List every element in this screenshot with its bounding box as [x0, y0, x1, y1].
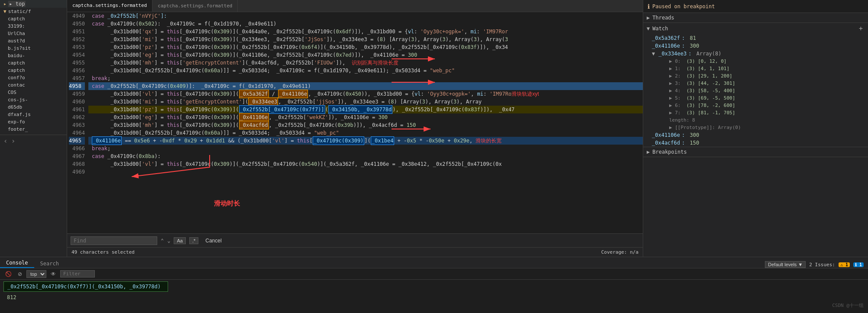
sidebar-item-captch3[interactable]: captch [0, 67, 67, 74]
watch-add-button[interactable]: + [857, 25, 865, 32]
watch-name-5a362f: _0x5a362f [652, 35, 680, 41]
threads-section: ▶ Threads [643, 13, 868, 23]
sidebar-item-contac[interactable]: contac [0, 81, 67, 89]
console-toolbar: 🚫 ⊘ top 👁 [0, 268, 868, 280]
watch-value-334ee3: Array(8) [696, 51, 722, 57]
breakpoints-header[interactable]: ▶ Breakpoints [643, 147, 868, 157]
sidebar-item-dfxaf[interactable]: dfxaf.js [0, 111, 67, 118]
code-container: 4949 4950 4951 4952 4953 4954 4955 4956 … [67, 12, 643, 233]
array-item-3: ▶ 3: (3) [44, -2, 301] [659, 80, 868, 87]
devtools-paused-header: ℹ Paused on breakpoint [643, 0, 868, 13]
sidebar-item-cosjs[interactable]: cos-js- [0, 96, 67, 103]
sidebar-item-expfo[interactable]: exp-fo [0, 118, 67, 126]
watch-triangle: ▼ [647, 26, 650, 32]
watch-value-41106e-extra: 300 [690, 132, 699, 138]
array-item-6: ▶ 6: (3) [78, -2, 600] [659, 102, 868, 109]
console-filter-input[interactable] [60, 270, 95, 278]
editor-status-bar: 49 characters selected Coverage: n/a [67, 247, 643, 257]
console-tab-console[interactable]: Console [0, 258, 34, 268]
coverage-text: Coverage: n/a [601, 249, 638, 255]
breakpoints-triangle: ▶ [647, 149, 650, 155]
array-item-5: ▶ 5: (3) [69, -5, 500] [659, 94, 868, 102]
bottom-panel: Console Search Default levels ▼ 2 Issues… [0, 257, 868, 313]
sidebar-item-urlcha[interactable]: UrlCha [0, 30, 67, 37]
devtools-content: ▶ Threads ▼ Watch + _0x5a362f : 81 [643, 13, 868, 257]
find-regex-button[interactable]: .* [189, 237, 198, 244]
editor-tab-2[interactable]: captcha.settings.formatted [152, 0, 238, 12]
code-line-4951: _0x31bd00['qx'] = this[_0x47109c(0x309)]… [88, 28, 643, 35]
watch-header[interactable]: ▼ Watch + [643, 23, 868, 34]
folder-icon: ▸ [3, 1, 6, 7]
array-item-4: ▶ 4: (3) [58, -5, 400] [659, 87, 868, 94]
watch-name-41106e-extra: _0x41106e [652, 132, 680, 138]
watch-item-0x41106e: _0x41106e : 300 [643, 42, 868, 50]
code-line-4950: case _0x47109c(0x502): _0x47109c = f(_0x… [88, 20, 643, 28]
code-line-4959: _0x31bd00['vl'] = this[_0x47109c(0x309)]… [88, 90, 643, 98]
watch-triangle-334ee3: ▼ [652, 51, 655, 57]
code-line-4969 [88, 168, 643, 176]
editor-tab-1[interactable]: captcha.settings.formatted [67, 0, 152, 12]
sidebar-item-aust[interactable]: aust?d [0, 37, 67, 45]
watch-name-334ee3: _0x334ee3 [658, 51, 687, 57]
array-item-7: ▶ 7: (3) [81, -1, 705] [659, 109, 868, 116]
sidebar-item-d65db[interactable]: d65db [0, 103, 67, 111]
context-selector[interactable]: top [26, 270, 46, 278]
issues-info-badge: ℹ 1 [853, 262, 864, 267]
line-numbers: 4949 4950 4951 4952 4953 4954 4955 4956 … [67, 12, 88, 233]
code-line-4968: _0x31bd00['vl'] = this[_0x47109c(0x309)]… [88, 160, 643, 168]
console-eye-button[interactable]: 👁 [49, 270, 58, 278]
watch-item-4acf6d: _0x4acf6d : 150 [643, 139, 868, 147]
sidebar-scroll-right[interactable]: › [11, 137, 16, 145]
find-aa-button[interactable]: Aa [174, 237, 185, 244]
code-line-4952: _0x31bd00['mi'] = this[_0x47109c(0x309)]… [88, 35, 643, 43]
console-expr-text: _0x2f552b[_0x47109c(0x7f7)](_0x34150b, _… [7, 284, 161, 290]
sidebar-item-top[interactable]: ▸ ▸ top [0, 0, 67, 8]
sidebar-scroll-left[interactable]: ‹ [3, 137, 8, 145]
sidebar-item-33199[interactable]: 33199: [0, 23, 67, 30]
console-right-controls: Default levels ▼ 2 Issues: ⚠ 1 ℹ 1 [761, 261, 868, 268]
code-line-4966: break; [88, 145, 643, 152]
find-up-icon[interactable]: ⌃ [161, 238, 164, 244]
breakpoints-label: Breakpoints [652, 149, 687, 155]
code-line-4953: _0x31bd00['pz'] = this[_0x47109c(0x309)]… [88, 43, 643, 51]
watch-item-41106e-extra: _0x41106e : 300 [643, 131, 868, 139]
watch-item-0x5a362f: _0x5a362f : 81 [643, 34, 868, 42]
watch-name-41106e: _0x41106e [652, 43, 680, 49]
array-length: length: 8 [659, 116, 868, 124]
console-tab-search[interactable]: Search [34, 259, 65, 268]
code-line-4967: case _0x47109c(0x8ba): [88, 152, 643, 160]
sidebar-item-captch2[interactable]: captch [0, 59, 67, 67]
watch-section: ▼ Watch + _0x5a362f : 81 _0x41106e : 300 [643, 23, 868, 147]
find-cancel-button[interactable]: Cancel [202, 237, 225, 245]
watch-name-4acf6d: _0x4acf6d [652, 140, 680, 146]
watch-item-334ee3[interactable]: ▼ _0x334ee3 : Array(8) [643, 50, 868, 58]
editor-area: captcha.settings.formatted captcha.setti… [67, 0, 643, 257]
console-output-block: _0x2f552b[_0x47109c(0x7f7)](_0x34150b, _… [3, 281, 865, 301]
find-input[interactable] [71, 236, 157, 245]
sidebar-item-footer[interactable]: footer_ [0, 126, 67, 133]
watch-value-4acf6d: 150 [690, 140, 699, 146]
sidebar-item-conf[interactable]: conf?o [0, 74, 67, 81]
issues-label: 2 Issues: [809, 262, 835, 268]
sidebar-item-cos[interactable]: COS [0, 89, 67, 96]
editor-tabs: captcha.settings.formatted captcha.setti… [67, 0, 643, 12]
sidebar-item-baidu[interactable]: baidu- [0, 52, 67, 59]
console-tabs: Console Search Default levels ▼ 2 Issues… [0, 257, 868, 268]
folder-open-icon: ▼ [3, 9, 6, 14]
console-expression: _0x2f552b[_0x47109c(0x7f7)](_0x34150b, _… [3, 281, 168, 292]
threads-label: Threads [652, 15, 674, 21]
sidebar-item-static[interactable]: ▼ static/f [0, 8, 67, 15]
code-text[interactable]: case _0x2f552b['nVYjC']: case _0x47109c(… [88, 12, 643, 233]
threads-header[interactable]: ▶ Threads [643, 13, 868, 23]
code-line-4956: _0x31bd00[_0x2f552b[_0x47109c(0x60a)]] =… [88, 67, 643, 74]
default-levels-button[interactable]: Default levels ▼ [765, 261, 806, 268]
array-item-0: ▶ 0: (3) [0, 12, 0] [659, 58, 868, 65]
sidebar-item-captch1[interactable]: captch [0, 15, 67, 23]
threads-triangle: ▶ [647, 15, 650, 21]
console-content: _0x2f552b[_0x47109c(0x7f7)](_0x34150b, _… [0, 280, 868, 313]
code-line-4960: _0x31bd00['mi'] = this['getEncryptConten… [88, 98, 643, 106]
find-down-icon[interactable]: ⌄ [167, 238, 170, 244]
console-block-button[interactable]: ⊘ [16, 270, 24, 278]
console-clear-button[interactable]: 🚫 [3, 270, 13, 278]
sidebar-item-bjs[interactable]: b.js?sit [0, 45, 67, 52]
